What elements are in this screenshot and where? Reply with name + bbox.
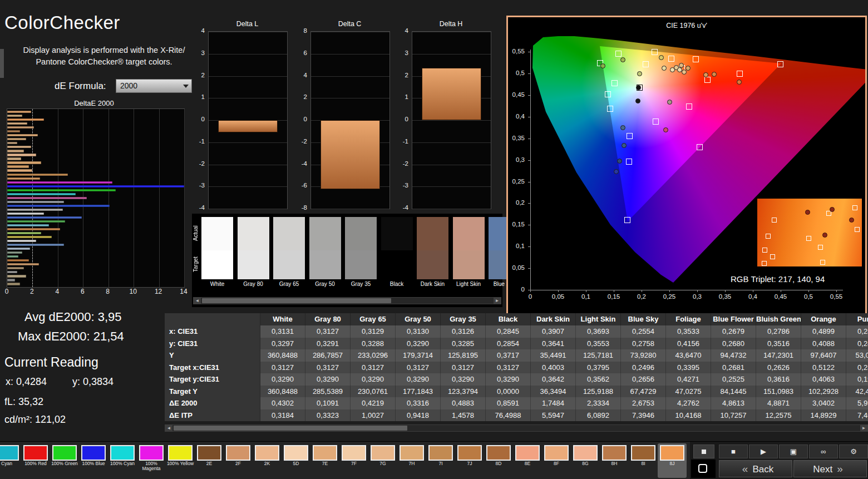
- column-header: Black: [486, 313, 531, 325]
- cell-value: 285,5389: [305, 386, 351, 398]
- patch-7i[interactable]: 7I: [426, 443, 455, 478]
- column-header: Gray 65: [351, 313, 396, 325]
- patch-8f[interactable]: 8F: [542, 443, 571, 478]
- stop-button[interactable]: ■: [719, 445, 748, 458]
- patch-cyan[interactable]: Cyan: [0, 443, 21, 478]
- mini-stop-button[interactable]: [693, 445, 714, 458]
- pattern-window-button[interactable]: [691, 460, 716, 478]
- patch-8i[interactable]: 8I: [629, 443, 658, 478]
- scrollbar-thumb[interactable]: [174, 426, 407, 431]
- actual-color: [238, 217, 269, 250]
- deltae-bar: [7, 111, 31, 113]
- cell-value: 0,2680: [711, 338, 756, 350]
- patch-2f[interactable]: 2F: [224, 443, 253, 478]
- patch-100-magenta[interactable]: 100% Magenta: [137, 443, 166, 478]
- patch-7f[interactable]: 7F: [339, 443, 368, 478]
- patch-label: 100% Yellow: [166, 461, 195, 466]
- deltae-bars: [7, 111, 184, 285]
- scroll-left-icon[interactable]: ◄: [165, 425, 172, 431]
- swatch-gray-65: Gray 65: [273, 217, 305, 289]
- patch-8e[interactable]: 8E: [513, 443, 542, 478]
- patch-100-green[interactable]: 100% Green: [50, 443, 79, 478]
- cell-value: 0,2854: [486, 338, 531, 350]
- y-tick-label: 0: [297, 116, 307, 122]
- y-tick-label: 2: [297, 93, 307, 100]
- patch-100-red[interactable]: 100% Red: [21, 443, 50, 478]
- table-scrollbar[interactable]: ◄ ►: [165, 424, 868, 432]
- y-tick-label: -1: [195, 138, 205, 145]
- swatch-scrollbar[interactable]: ◄ ►: [193, 297, 501, 304]
- patch-8h[interactable]: 8H: [600, 443, 629, 478]
- patch-100-cyan[interactable]: 100% Cyan: [108, 443, 137, 478]
- deltae-bar: [7, 259, 29, 261]
- scrollbar-thumb[interactable]: [202, 298, 391, 303]
- table-row: ΔE ITP0,31840,33231,00270,94181,457876,4…: [165, 409, 868, 422]
- play-button[interactable]: ▶: [749, 445, 778, 458]
- pattern-button[interactable]: ▣: [779, 445, 808, 458]
- patch-label: 100% Cyan: [108, 461, 137, 466]
- target-color: [381, 250, 413, 279]
- cell-value: 0,3127: [260, 362, 305, 374]
- delta-c-title: Delta C: [310, 20, 389, 28]
- deltae-bar: [7, 122, 27, 125]
- patch-7g[interactable]: 7G: [368, 443, 397, 478]
- cell-value: 0,3290: [396, 373, 441, 386]
- patch-label: 8J: [658, 461, 687, 466]
- patch-2e[interactable]: 2E: [195, 443, 224, 478]
- deltae-bar: [7, 161, 41, 164]
- deltae-bar: [7, 189, 116, 191]
- patch-100-yellow[interactable]: 100% Yellow: [166, 443, 195, 478]
- cell-value: 0,3129: [351, 325, 396, 338]
- patch-8d[interactable]: 8D: [484, 443, 513, 478]
- cell-value: 0,3553: [576, 338, 621, 350]
- de-formula-value: 2000: [120, 81, 137, 90]
- deltae-bar: [7, 130, 20, 132]
- column-header: Gray 35: [441, 313, 486, 325]
- y-tick-label: 3: [195, 50, 205, 56]
- inset-measured-point: [830, 207, 835, 212]
- current-reading-title: Current Reading: [4, 355, 98, 370]
- target-square: [737, 71, 743, 77]
- swatch-white: White: [201, 217, 233, 289]
- settings-button[interactable]: ⚙: [839, 445, 868, 458]
- gridline: [412, 186, 491, 187]
- scroll-right-icon[interactable]: ►: [494, 298, 501, 304]
- patch-7h[interactable]: 7H: [397, 443, 426, 478]
- cell-value: 0,3616: [756, 373, 801, 386]
- next-button[interactable]: Next»: [793, 460, 867, 477]
- patch-color: [0, 445, 19, 461]
- cell-value: 76,4988: [486, 409, 531, 422]
- back-button[interactable]: «Back: [719, 460, 792, 477]
- cell-value: 0,3562: [576, 373, 621, 386]
- swatch-gray-35: Gray 35: [345, 217, 377, 289]
- panel-handle[interactable]: [0, 49, 4, 78]
- link-button[interactable]: ∞: [809, 445, 838, 458]
- window-icon: [698, 464, 707, 473]
- delta-h-y-axis: 43210-1-2-3-4: [400, 31, 410, 208]
- patch-7j[interactable]: 7J: [455, 443, 484, 478]
- reading-cdm2: cd/m²: 121,02: [4, 414, 66, 426]
- rgb-triplet-label: RGB Triplet: 217, 140, 94: [731, 274, 850, 284]
- reading-x: x: 0,4284: [6, 376, 47, 388]
- cell-value: 0,3288: [351, 338, 396, 350]
- cell-value: 43,6470: [666, 349, 711, 362]
- patch-5d[interactable]: 5D: [282, 443, 310, 478]
- scroll-left-icon[interactable]: ◄: [194, 298, 201, 304]
- patch-8g[interactable]: 8G: [571, 443, 600, 478]
- patch-label: 7I: [426, 461, 455, 466]
- cell-value: 179,3714: [396, 349, 441, 362]
- deltae-bar: [7, 216, 82, 219]
- inset-measured-point: [805, 210, 810, 215]
- scroll-right-icon[interactable]: ►: [860, 425, 867, 431]
- cell-value: 177,1843: [396, 386, 441, 398]
- de-formula-select[interactable]: 2000: [116, 79, 192, 93]
- measured-point: [682, 70, 687, 75]
- patch-8j[interactable]: 8J: [658, 443, 687, 478]
- patch-7e[interactable]: 7E: [310, 443, 339, 478]
- patch-2k[interactable]: 2K: [253, 443, 282, 478]
- deltae-bar: [7, 213, 44, 215]
- patch-color: [515, 445, 540, 461]
- target-color: [417, 250, 448, 279]
- y-tick-label: 3: [398, 50, 408, 56]
- patch-100-blue[interactable]: 100% Blue: [79, 443, 108, 478]
